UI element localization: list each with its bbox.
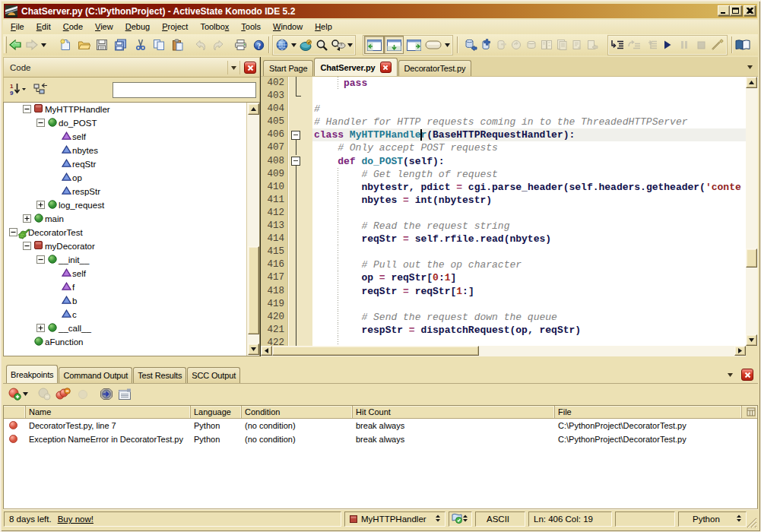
find-button[interactable] <box>314 36 330 54</box>
scroll-right-button[interactable] <box>734 346 746 356</box>
scope-combo[interactable]: MyHTTPHandler <box>344 511 446 527</box>
step-out-button[interactable] <box>642 36 659 54</box>
menu-tools[interactable]: Tools <box>235 21 267 33</box>
open-button[interactable] <box>75 36 93 54</box>
scroll-left-button[interactable] <box>261 346 272 356</box>
encoding-segment[interactable]: ASCII <box>475 511 525 527</box>
menu-project[interactable]: Project <box>156 21 194 33</box>
tree-item-op[interactable]: op <box>4 171 259 185</box>
menu-edit[interactable]: Edit <box>30 21 57 33</box>
menu-window[interactable]: Window <box>267 21 309 33</box>
tree-item-self[interactable]: self <box>4 267 259 280</box>
breakpoint-properties-button[interactable] <box>118 388 132 401</box>
code-editor[interactable]: 4024034044054064074084094104114124134144… <box>261 77 758 356</box>
tree-item-b[interactable]: b <box>4 294 259 308</box>
fold-marker[interactable] <box>289 155 312 168</box>
toggle-breakpoint-state-button[interactable] <box>37 388 51 401</box>
save-button[interactable] <box>93 36 111 54</box>
locate-scope-button[interactable] <box>33 83 48 97</box>
tree-item-log_request[interactable]: log_request <box>4 198 259 212</box>
new-file-button[interactable] <box>56 36 75 54</box>
tree-item-__call__[interactable]: __call__ <box>4 321 259 335</box>
menu-code[interactable]: Code <box>57 21 89 33</box>
column-header-condition[interactable]: Condition <box>242 406 353 418</box>
tree-item-MyHTTPHandler[interactable]: MyHTTPHandler <box>4 103 259 116</box>
tree-item-main[interactable]: main <box>4 212 259 226</box>
delete-all-breakpoints-button[interactable] <box>55 388 71 401</box>
scroll-up-button[interactable] <box>746 77 757 88</box>
panel-menu-button[interactable] <box>227 61 240 74</box>
scroll-up-button[interactable] <box>248 103 259 115</box>
ui-mode-button[interactable] <box>423 36 443 54</box>
fold-marker[interactable] <box>289 128 312 141</box>
scc-commit-button[interactable] <box>585 36 600 54</box>
editor-tab-decoratortest-py[interactable]: DecoratorTest.py <box>398 60 472 76</box>
check-syntax-button[interactable] <box>298 36 314 54</box>
scc-history-button[interactable] <box>554 36 569 54</box>
paste-button[interactable] <box>168 36 186 54</box>
collapse-icon[interactable] <box>36 119 45 127</box>
back-button[interactable] <box>8 36 24 54</box>
scroll-down-button[interactable] <box>746 334 757 346</box>
column-header-hit-count[interactable]: Hit Count <box>353 406 555 418</box>
find-advanced-button[interactable] <box>330 36 346 54</box>
scc-update-button[interactable] <box>524 36 539 54</box>
maximize-button[interactable] <box>730 5 742 16</box>
tree-item-self[interactable]: self <box>4 130 259 144</box>
tab-close-button[interactable] <box>380 62 392 73</box>
horizontal-splitter[interactable] <box>3 356 758 364</box>
editor-tab-chatserver-py[interactable]: ChatServer.py <box>314 58 397 76</box>
tree-item-respStr[interactable]: respStr <box>4 185 259 198</box>
collapse-icon[interactable] <box>9 228 17 236</box>
close-button[interactable] <box>744 5 756 16</box>
expand-icon[interactable] <box>23 214 31 223</box>
tree-filter-input[interactable] <box>113 82 256 98</box>
copy-button[interactable] <box>150 36 168 54</box>
panel-close-button[interactable] <box>244 62 256 74</box>
expand-icon[interactable] <box>36 324 45 332</box>
column-header-language[interactable]: Language <box>191 406 242 418</box>
resize-grip[interactable] <box>746 517 757 528</box>
toggle-right-pane-button[interactable] <box>404 36 423 54</box>
menu-help[interactable]: Help <box>309 21 338 33</box>
undo-button[interactable] <box>191 36 209 54</box>
tab-list-dropdown[interactable] <box>745 62 755 72</box>
column-header-name[interactable]: Name <box>26 406 191 418</box>
toggle-bottom-pane-button[interactable] <box>384 36 404 54</box>
buy-now-link[interactable]: Buy now! <box>58 515 94 524</box>
menu-toolbox[interactable]: Toolbox <box>194 21 235 33</box>
bottom-tab-test-results[interactable]: Test Results <box>133 367 186 383</box>
start-page-button[interactable] <box>734 36 752 54</box>
step-into-button[interactable] <box>609 36 626 54</box>
scc-refresh-button[interactable] <box>569 36 585 54</box>
bottom-tab-scc-output[interactable]: SCC Output <box>187 367 240 383</box>
bottom-panel-menu-button[interactable] <box>725 369 735 380</box>
breakpoint-row[interactable]: Exception NameError in DecoratorTest.pyP… <box>4 432 757 446</box>
menu-view[interactable]: View <box>89 21 119 33</box>
collapse-icon[interactable] <box>36 255 45 264</box>
run-button[interactable] <box>659 36 676 54</box>
column-header-file[interactable]: File <box>555 406 742 418</box>
tree-item-DecoratorTest[interactable]: DecoratorTest <box>4 226 259 239</box>
tree-item-c[interactable]: c <box>4 308 259 321</box>
tree-item-nbytes[interactable]: nbytes <box>4 144 259 157</box>
tree-item-aFunction[interactable]: aFunction <box>4 335 259 349</box>
menu-debug[interactable]: Debug <box>119 21 156 33</box>
print-button[interactable] <box>231 36 249 54</box>
tree-item-do_POST[interactable]: do_POST <box>4 116 259 130</box>
scrollbar-thumb[interactable] <box>746 249 757 268</box>
tree-item-__init__[interactable]: __init__ <box>4 253 259 267</box>
syntax-status-combo[interactable] <box>449 511 472 527</box>
find-dropdown[interactable] <box>346 36 354 54</box>
toggle-left-pane-button[interactable] <box>364 36 384 54</box>
add-breakpoint-button[interactable] <box>8 388 21 401</box>
sort-order-button[interactable]: 19 <box>10 82 27 97</box>
tree-item-myDecorator[interactable]: myDecorator <box>4 239 259 253</box>
collapse-icon[interactable] <box>23 242 31 250</box>
editor-tab-start-page[interactable]: Start Page <box>263 60 313 76</box>
scc-checkout-button[interactable] <box>463 36 478 54</box>
scc-diff-button[interactable] <box>539 36 554 54</box>
toolbar-grip[interactable] <box>4 36 7 53</box>
preview-dropdown[interactable] <box>290 36 298 54</box>
language-combo[interactable]: Python <box>678 511 747 527</box>
